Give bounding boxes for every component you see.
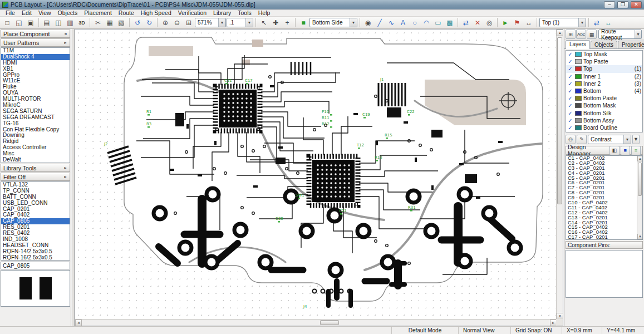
layer-visible-checkbox[interactable]: ✓ xyxy=(567,51,573,57)
via-tool-icon[interactable]: ◎ xyxy=(484,17,495,28)
menu-edit[interactable]: Edit xyxy=(18,9,35,17)
pcb-canvas[interactable]: R1 R3 J2 C11 C17 J1 P10 R11 R12 C19 C22 … xyxy=(75,30,557,320)
circle-tool-icon[interactable]: ○ xyxy=(409,17,420,28)
minimize-button[interactable]: – xyxy=(604,1,615,8)
chevron-down-icon[interactable]: ▼ xyxy=(218,18,225,27)
menu-file[interactable]: File xyxy=(2,9,18,17)
component-pattern-list[interactable]: VTLA-132 TP_CONN BATT_CONN USB_LED_CONN … xyxy=(1,181,70,261)
dm-list-icon[interactable]: ≡ xyxy=(631,146,641,155)
layer-row[interactable]: ✓ Top Mask xyxy=(566,51,642,58)
expand-section-icon[interactable]: ► xyxy=(63,175,67,179)
layer-visible-checkbox[interactable]: ✓ xyxy=(567,58,573,65)
layer-row[interactable]: ✓ Bottom Assy xyxy=(566,117,642,124)
design-manager-list[interactable]: C1 - CAP_0402 C2 - CAP_0402 C3 - CAP_020… xyxy=(566,155,643,240)
layer-row[interactable]: ✓ Bottom Paste xyxy=(566,95,642,102)
component-pins-list[interactable] xyxy=(566,250,643,298)
layer-visible-checkbox[interactable]: ✓ xyxy=(567,81,573,87)
place-component-header[interactable]: Place Component ◄ xyxy=(1,30,70,38)
rect-tool-icon[interactable]: ▭ xyxy=(432,17,444,28)
layer-row-active[interactable]: ✓ Top (1) xyxy=(566,65,642,72)
canvas-vertical-scrollbar[interactable]: ▲ ▼ xyxy=(556,30,563,320)
layer-color-swatch[interactable] xyxy=(575,111,582,116)
layer-row[interactable]: ✓ Bottom Silk xyxy=(566,110,642,117)
view-3d-icon[interactable]: 3D xyxy=(76,17,87,28)
chevron-down-icon[interactable]: ▼ xyxy=(578,18,586,27)
current-layer-combo[interactable]: Top (1) ▼ xyxy=(539,18,586,27)
zoom-level-combo[interactable]: 571% ▼ xyxy=(195,18,226,27)
close-button[interactable]: ✕ xyxy=(631,1,642,8)
menu-placement[interactable]: Placement xyxy=(81,9,115,17)
align-icon[interactable]: ⇄ xyxy=(591,17,602,28)
layer-visible-checkbox[interactable]: ✓ xyxy=(567,117,573,124)
menu-library[interactable]: Library xyxy=(210,9,234,17)
dm-board-icon[interactable]: ■ xyxy=(621,146,630,155)
layer-visible-checkbox[interactable]: ✓ xyxy=(567,88,573,94)
print-preview-icon[interactable]: ◫ xyxy=(53,17,64,28)
layer-color-swatch[interactable] xyxy=(575,52,582,57)
paste-icon[interactable]: ▧ xyxy=(116,17,127,28)
pattern-tool-icon[interactable]: ▩ xyxy=(444,17,455,28)
layer-color-swatch[interactable] xyxy=(575,74,582,79)
abc-labels-icon[interactable]: Abc xyxy=(576,30,586,39)
menu-verification[interactable]: Verification xyxy=(175,9,210,17)
layer-color-swatch[interactable] xyxy=(575,66,582,71)
canvas-horizontal-scrollbar[interactable]: ◄ ► xyxy=(75,319,557,326)
chevron-down-icon[interactable]: ▼ xyxy=(350,18,357,27)
print-icon[interactable]: ▤ xyxy=(41,17,52,28)
layer-row[interactable]: ✓ Top Paste xyxy=(566,58,642,65)
scroll-down-icon[interactable]: ▼ xyxy=(637,234,643,239)
list-item[interactable]: TG-16 xyxy=(1,121,70,127)
run-verification-icon[interactable]: ► xyxy=(500,17,511,28)
redo-icon[interactable]: ↻ xyxy=(144,17,155,28)
layer-row[interactable]: ✓ Bottom (4) xyxy=(566,87,642,95)
save-file-icon[interactable]: ▣ xyxy=(25,17,36,28)
layers-grid-icon[interactable]: ▦ xyxy=(587,30,597,39)
chevron-down-icon[interactable]: ▼ xyxy=(245,18,253,27)
menu-view[interactable]: View xyxy=(35,9,55,17)
layer-row[interactable]: ✓ Board Outline xyxy=(566,124,642,131)
list-item[interactable]: RQFN-16/2.5x3x0.5 xyxy=(1,255,70,261)
filter-header[interactable]: Filter Off ► xyxy=(1,173,70,181)
dm-scroll-thumb[interactable] xyxy=(638,163,642,196)
zoom-out-icon[interactable]: ⊖ xyxy=(171,17,183,28)
unroute-icon[interactable]: ✕ xyxy=(472,17,483,28)
library-tools-header[interactable]: Library Tools ► xyxy=(1,164,70,172)
layer-row[interactable]: ✓ Bottom Mask xyxy=(566,102,642,109)
pattern-library-list[interactable]: T1M DualShock 4 HDMI XB1 GPPro W11cE Flu… xyxy=(1,47,70,163)
expand-section-icon[interactable]: ► xyxy=(63,41,67,45)
contrast-combo[interactable]: Contrast ▼ xyxy=(588,135,631,144)
horizontal-scroll-thumb[interactable] xyxy=(320,320,339,325)
copy-icon[interactable]: ▦ xyxy=(104,17,115,28)
probe-icon[interactable]: ◎ xyxy=(566,135,576,144)
layer-color-swatch[interactable] xyxy=(575,59,582,64)
layer-visible-checkbox[interactable]: ✓ xyxy=(567,95,573,101)
tab-properties[interactable]: Properties xyxy=(618,41,644,48)
ruler-icon[interactable]: ↔ xyxy=(523,17,534,28)
layer-visible-checkbox[interactable]: ✓ xyxy=(567,110,573,116)
expand-section-icon[interactable]: ► xyxy=(63,166,67,170)
qfp-chip-1[interactable] xyxy=(215,86,260,131)
route-mode-icon[interactable]: ⇄ xyxy=(460,17,471,28)
measure-icon[interactable]: ↔ xyxy=(603,17,614,28)
layer-color-swatch[interactable] xyxy=(575,89,582,94)
chevron-down-icon[interactable]: ▼ xyxy=(623,135,631,144)
tab-layers[interactable]: Layers xyxy=(566,40,590,49)
grid-step-combo[interactable]: .1 ▼ xyxy=(227,18,253,27)
layer-visible-checkbox[interactable]: ✓ xyxy=(567,102,573,109)
open-file-icon[interactable]: ◱ xyxy=(13,17,24,28)
undo-icon[interactable]: ↺ xyxy=(132,17,143,28)
place-component-icon[interactable]: ■ xyxy=(298,17,309,28)
layer-color-swatch[interactable] xyxy=(575,118,582,123)
menu-help[interactable]: Help xyxy=(255,9,274,17)
list-item[interactable]: USB_LED_CONN xyxy=(1,200,70,207)
zoom-window-icon[interactable]: ⊞ xyxy=(183,17,194,28)
find-icon[interactable]: ◉ xyxy=(362,17,373,28)
cut-icon[interactable]: ✂ xyxy=(92,17,104,28)
layer-row[interactable]: ✓ Inner 2 (3) xyxy=(566,80,642,87)
drc-flag-icon[interactable]: ⚑ xyxy=(512,17,523,28)
layer-color-swatch[interactable] xyxy=(575,103,582,108)
scroll-up-icon[interactable]: ▲ xyxy=(637,156,643,161)
new-file-icon[interactable]: □ xyxy=(2,17,13,28)
reports-icon[interactable]: ▥ xyxy=(65,17,76,28)
layer-color-swatch[interactable] xyxy=(575,125,582,130)
